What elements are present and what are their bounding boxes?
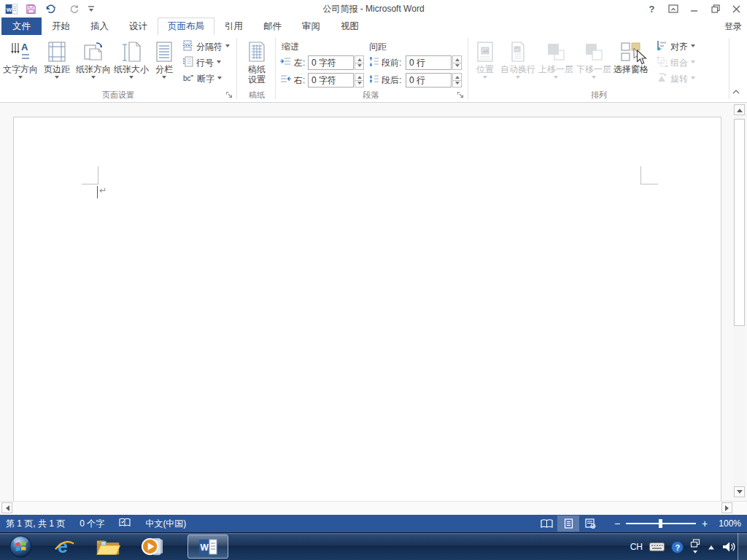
mouse-cursor [636,50,647,68]
vertical-scrollbar[interactable] [733,104,746,497]
chevron-down-icon [516,76,520,81]
help-button[interactable]: ? [641,1,662,17]
orientation-button[interactable]: 纸张方向 [74,37,112,88]
show-desktop-button[interactable] [738,533,747,560]
zoom-slider-thumb[interactable] [659,519,662,528]
save-button[interactable] [26,4,36,15]
size-button[interactable]: 纸张大小 [112,37,150,88]
quick-access-toolbar: W [0,3,95,15]
spacing-after-spinner[interactable] [452,73,462,88]
indent-left-icon [280,56,291,69]
window-tray-icon[interactable] [690,539,700,555]
chevron-down-icon [691,61,695,66]
scroll-right-button[interactable] [721,502,732,513]
paragraph-mark: ↵ [99,185,107,195]
spacing-before-input[interactable]: 0 行 [406,55,452,70]
spacing-before-spinner[interactable] [452,55,462,70]
close-button[interactable] [726,1,747,17]
svg-text:A: A [21,42,28,52]
spacing-after-icon [369,74,379,87]
word-count[interactable]: 0 个字 [80,518,104,530]
tab-references[interactable]: 引用 [214,18,253,35]
columns-button[interactable]: 分栏 [150,37,178,88]
indent-left-spinner[interactable] [355,55,364,70]
send-backward-icon [584,39,604,64]
proofing-status-icon[interactable] [119,518,131,530]
tab-page-layout[interactable]: 页面布局 [158,18,214,35]
system-tray: CH ? [630,533,735,560]
indent-right-input[interactable]: 0 字符 [308,73,354,88]
line-numbers-button[interactable]: 行号 [182,55,230,71]
chevron-down-icon [91,76,96,81]
sign-in-link[interactable]: 登录 [724,18,742,35]
text-direction-button[interactable]: A 文字方向 [1,37,39,88]
zoom-out-button[interactable]: − [611,518,623,529]
indent-right-spinner[interactable] [355,73,364,88]
document-area: ↵ [0,103,747,515]
start-button[interactable] [7,534,34,559]
spacing-after-input[interactable]: 0 行 [406,73,452,88]
columns-icon [155,39,174,64]
manuscript-setup-button[interactable]: 稿纸设置 [240,37,274,88]
indent-left-input[interactable]: 0 字符 [308,55,354,70]
tab-design[interactable]: 设计 [119,18,158,35]
help-tray-icon[interactable]: ? [671,541,684,553]
scroll-left-button[interactable] [1,502,12,513]
taskbar-word-button[interactable]: W [187,534,228,559]
send-backward-button: 下移一层 [575,37,613,88]
document-page[interactable] [13,117,721,502]
language-indicator[interactable]: 中文(中国) [145,518,186,530]
page-indicator[interactable]: 第 1 页, 共 1 页 [6,518,65,530]
minimize-button[interactable] [684,1,705,17]
tab-file[interactable]: 文件 [1,18,42,35]
breaks-button[interactable]: 分隔符 [182,39,230,55]
zoom-slider[interactable] [626,523,696,524]
size-icon [121,39,142,64]
zoom-in-button[interactable]: + [699,518,711,529]
volume-icon[interactable] [722,541,735,553]
word-app-icon: W [5,3,18,15]
web-layout-button[interactable] [579,516,601,532]
position-icon [476,39,494,64]
scroll-up-button[interactable] [734,104,745,115]
paragraph-dialog-launcher[interactable] [456,90,465,99]
position-button: 位置 [471,37,499,88]
restore-button[interactable] [705,1,726,17]
redo-button[interactable] [69,4,80,15]
group-paragraph: 缩进 间距 左: 0 字符 右: 0 字符 段前: 0 行 段后: 0 行 段落 [276,35,466,102]
group-label-manuscript: 稿纸 [239,90,275,101]
breaks-icon [182,40,193,53]
group-objects-icon [657,56,667,69]
file-explorer-icon[interactable] [94,534,122,559]
read-mode-button[interactable] [535,516,557,532]
spacing-before-icon [369,56,379,69]
tab-home[interactable]: 开始 [42,18,80,35]
undo-button[interactable] [44,4,61,15]
zoom-level[interactable]: 100% [711,518,741,529]
hyphenation-button[interactable]: bc 断字 [182,71,230,87]
scroll-down-button[interactable] [734,486,745,497]
ribbon-display-options-button[interactable] [662,1,684,17]
keyboard-layout-icon[interactable] [649,542,665,552]
collapse-ribbon-button[interactable] [732,85,740,98]
internet-explorer-icon[interactable]: e [50,534,78,559]
tab-insert[interactable]: 插入 [80,18,119,35]
print-layout-button[interactable] [557,516,579,532]
show-hidden-icons-button[interactable] [707,544,716,551]
margins-button[interactable]: 页边距 [39,37,74,88]
svg-text:W: W [201,542,209,553]
vertical-scrollbar-thumb[interactable] [734,119,745,326]
customize-quick-access-icon[interactable] [88,4,95,13]
rotate-button: 旋转 [657,71,695,87]
tab-mailings[interactable]: 邮件 [253,18,292,35]
media-player-icon[interactable] [138,534,166,559]
tab-view[interactable]: 视图 [330,18,369,35]
chevron-down-icon [217,77,222,82]
horizontal-scrollbar[interactable] [0,501,747,515]
bring-forward-icon [546,39,566,64]
page-setup-dialog-launcher[interactable] [225,90,233,99]
align-button[interactable]: 对齐 [657,39,695,55]
tab-review[interactable]: 审阅 [292,18,330,35]
rotate-icon [657,72,667,85]
input-language-indicator[interactable]: CH [630,542,643,552]
